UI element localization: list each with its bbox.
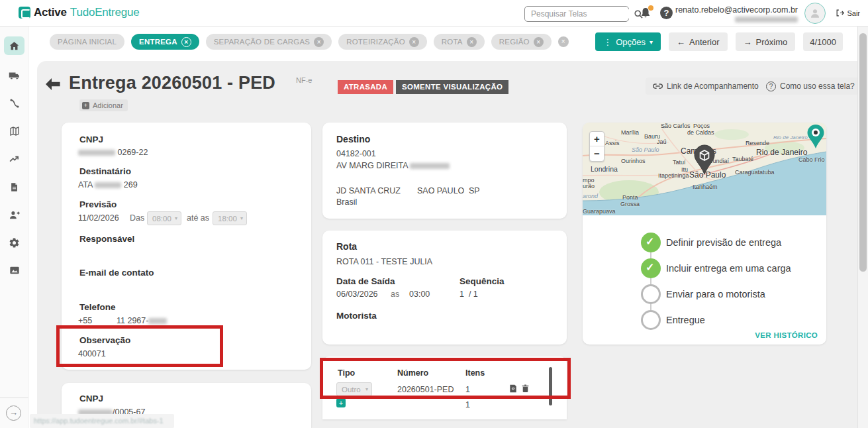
map[interactable]: São Carlos Poços de Caldas Marília Bauru…: [583, 123, 826, 215]
map-icon: [9, 126, 20, 136]
status-url-tooltip: https://app.tudoentregue.com.br/#tabs-1: [30, 414, 174, 428]
contact-email-label: E-mail de contato: [79, 268, 154, 278]
tab-pagina-inicial[interactable]: PÁGINA INICIAL: [50, 34, 124, 50]
map-region-label: São Paulo: [632, 146, 659, 153]
arrow-left-icon: ←: [677, 37, 685, 47]
app-window: Active TudoEntregue ? renato.rebelo@acti…: [0, 0, 868, 428]
question-circle-icon: ?: [766, 81, 776, 91]
chevron-down-icon: ▾: [650, 38, 653, 46]
home-icon: [9, 40, 20, 52]
tab-regiao[interactable]: REGIÃO×: [491, 34, 552, 50]
next-button[interactable]: → Próximo: [736, 32, 796, 51]
arrow-right-icon: →: [744, 37, 752, 47]
destination-zip: 04182-001: [336, 149, 376, 158]
close-icon[interactable]: ×: [558, 36, 569, 47]
sidebar-item-map[interactable]: [4, 122, 24, 140]
phone-label: Telefone: [79, 302, 116, 312]
tab-rota[interactable]: ROTA×: [434, 34, 485, 50]
map-city-label: Poços: [693, 123, 710, 129]
sidebar-item-gallery[interactable]: [4, 261, 24, 280]
map-zoom-control: + −: [589, 131, 604, 162]
person-add-icon: [9, 209, 21, 221]
brand-logo[interactable]: Active TudoEntregue: [19, 6, 140, 19]
close-icon[interactable]: ×: [409, 37, 419, 47]
add-document-button[interactable]: +: [336, 398, 346, 407]
add-button[interactable]: + Adicionar: [79, 99, 128, 111]
step-check-icon: [641, 233, 661, 252]
sidebar-item-settings[interactable]: [4, 233, 24, 252]
avatar[interactable]: [804, 3, 826, 24]
phone-number: 11 2967-: [117, 316, 167, 325]
destination-district: JD SANTA CRUZ: [336, 186, 401, 195]
sidebar-item-analytics[interactable]: [4, 150, 24, 168]
cnpj-label: CNPJ: [79, 394, 103, 403]
close-icon[interactable]: ×: [181, 37, 191, 47]
map-city-label: Londrina: [591, 165, 618, 173]
user-account[interactable]: renato.rebelo@activecorp.com.br: [675, 5, 798, 23]
page-scrollbar-thumb[interactable]: [859, 33, 867, 272]
destination-title: Destino: [336, 134, 370, 144]
tab-roteirizacao[interactable]: ROTEIRIZAÇÃO×: [338, 34, 427, 50]
step-pending-icon: [641, 284, 661, 304]
zoom-in-button[interactable]: +: [590, 132, 604, 146]
previous-button[interactable]: ← Anterior: [669, 32, 728, 51]
departure-time: 03:00: [409, 290, 430, 299]
tab-separacao-de-cargas[interactable]: SEPARAÇÃO DE CARGAS×: [206, 34, 332, 50]
from-label: Das: [130, 213, 144, 223]
from-time-dropdown[interactable]: 08:00▾: [147, 211, 181, 225]
sidebar-item-deliveries[interactable]: [4, 66, 24, 85]
step-pending-icon: [641, 310, 661, 330]
dots-icon: ⋮: [603, 37, 612, 47]
cnpj-value: 0269-22: [78, 148, 148, 157]
view-history-link[interactable]: VER HISTÓRICO: [755, 331, 818, 339]
screen-search[interactable]: [524, 6, 629, 22]
help-icon[interactable]: ?: [660, 7, 673, 19]
close-icon[interactable]: ×: [467, 37, 477, 47]
document-icon: [9, 182, 19, 193]
sidebar-item-home[interactable]: [4, 36, 24, 55]
close-icon[interactable]: ×: [534, 37, 544, 47]
notifications-bell-icon[interactable]: [640, 7, 651, 19]
route-icon: [9, 98, 20, 109]
recipient-value: ATA 269: [78, 180, 138, 189]
top-bar: Active TudoEntregue ? renato.rebelo@acti…: [0, 0, 868, 27]
sidebar-item-documents[interactable]: [4, 178, 24, 196]
map-city-label: Itanhaém: [693, 184, 718, 190]
search-input[interactable]: [531, 9, 634, 19]
options-button[interactable]: ⋮ Opções ▾: [595, 32, 661, 51]
tracking-link-button[interactable]: Link de Acompanhamento: [646, 78, 766, 95]
plus-icon: +: [82, 102, 89, 109]
sidebar-collapse-button[interactable]: →: [6, 405, 21, 421]
tab-bar: PÁGINA INICIAL ENTREGA× SEPARAÇÃO DE CAR…: [28, 27, 857, 61]
back-button[interactable]: [46, 78, 62, 91]
map-progress-card: São Carlos Poços de Caldas Marília Bauru…: [583, 123, 826, 345]
step-label: Enviar para o motorista: [666, 289, 765, 299]
user-email-text: renato.rebelo@activecorp.com.br: [675, 5, 798, 15]
sidebar-item-routing[interactable]: [4, 94, 24, 113]
map-pin-destination[interactable]: [806, 124, 825, 149]
image-icon: [9, 265, 20, 276]
to-time-dropdown[interactable]: 18:00▾: [213, 211, 247, 225]
map-pin-delivery[interactable]: [693, 144, 716, 176]
chevron-down-icon: ▾: [175, 215, 177, 221]
phone-country-code: +55: [78, 316, 92, 325]
zoom-out-button[interactable]: −: [590, 146, 604, 161]
map-city-label: Caraguatatuba: [735, 169, 775, 176]
sidebar-item-users[interactable]: [4, 205, 24, 224]
help-screen-button[interactable]: ? Como uso essa tela?: [759, 78, 862, 95]
forecast-date: 11/02/2026: [78, 213, 119, 223]
forecast-label: Previsão: [79, 199, 117, 209]
page-scrollbar[interactable]: [857, 27, 868, 428]
annotation-box-documents: [320, 358, 571, 399]
logout-button[interactable]: Sair: [836, 9, 860, 17]
map-city-label: Ourinhos: [621, 158, 646, 164]
brand-name-bold: Active: [34, 6, 67, 19]
map-city-label: Ponta: [622, 194, 638, 201]
destination-country: Brasil: [336, 197, 357, 207]
responsible-label: Responsável: [79, 234, 134, 244]
map-city-label: Rio de Janeiro: [756, 148, 807, 157]
close-icon[interactable]: ×: [314, 37, 324, 47]
tab-entrega[interactable]: ENTREGA×: [131, 34, 199, 50]
map-city-label: Tatuí: [673, 159, 686, 166]
destination-card: Destino 04182-001 AV MARG DIREITA JD SAN…: [322, 123, 567, 219]
